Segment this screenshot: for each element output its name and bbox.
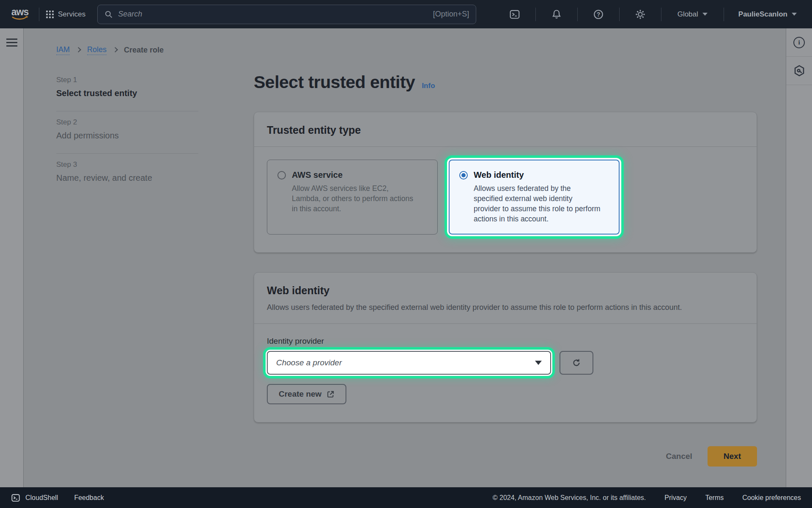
cancel-button[interactable]: Cancel	[666, 452, 692, 461]
search-input[interactable]: Search [Option+S]	[97, 5, 476, 24]
step-title: Add permissions	[56, 131, 198, 141]
trusted-entity-type-card: Trusted entity type AWS service Allow AW…	[254, 112, 757, 253]
footer-cloudshell-button[interactable]: CloudShell	[11, 493, 58, 502]
page-title: Select trusted entity	[254, 72, 415, 92]
copyright-text: © 2024, Amazon Web Services, Inc. or its…	[493, 494, 646, 502]
gear-icon	[635, 9, 646, 20]
info-icon: i	[793, 37, 805, 48]
feedback-label: Feedback	[74, 494, 104, 502]
region-selector[interactable]: Global	[668, 10, 717, 19]
main-content: Select trusted entity Info Trusted entit…	[254, 28, 757, 467]
top-nav-bar: aws Services Search [Option+S]	[0, 0, 812, 28]
card-title: Web identity	[267, 284, 744, 297]
topbar-divider	[661, 8, 661, 21]
card-title: Trusted entity type	[267, 124, 744, 136]
right-tools-rail: i	[786, 28, 812, 487]
resources-panel-button[interactable]	[786, 57, 812, 85]
hexagon-node-icon	[793, 64, 806, 77]
services-grid-icon	[46, 11, 54, 18]
breadcrumb-iam-link[interactable]: IAM	[56, 45, 70, 55]
option-description: Allows users federated by the specified …	[474, 183, 601, 224]
search-icon	[104, 10, 113, 19]
page-shell: i IAM Roles Create role Step 1 Select tr…	[0, 28, 812, 487]
bell-icon	[551, 9, 562, 20]
cookie-preferences-link[interactable]: Cookie preferences	[742, 494, 801, 502]
hamburger-menu-icon[interactable]	[6, 39, 17, 47]
services-menu-button[interactable]: Services	[46, 10, 85, 19]
services-label: Services	[58, 10, 85, 19]
notifications-button[interactable]	[543, 9, 571, 20]
search-placeholder: Search	[118, 10, 142, 19]
settings-button[interactable]	[626, 9, 654, 20]
chevron-down-icon	[535, 361, 542, 365]
aws-smile-icon	[11, 16, 29, 21]
refresh-providers-button[interactable]	[560, 351, 593, 375]
topbar-divider	[535, 8, 536, 21]
radio-unselected-icon[interactable]	[277, 171, 286, 179]
privacy-link[interactable]: Privacy	[664, 494, 686, 502]
refresh-icon	[571, 358, 582, 368]
wizard-step-2: Step 2 Add permissions	[56, 111, 198, 154]
aws-logo-text: aws	[11, 8, 28, 16]
identity-provider-label: Identity provider	[267, 337, 744, 346]
search-shortcut-hint: [Option+S]	[433, 10, 469, 19]
step-title: Name, review, and create	[56, 173, 198, 183]
account-menu[interactable]: PaulieScanlon	[731, 10, 804, 19]
topbar-divider	[619, 8, 620, 21]
account-label: PaulieScanlon	[738, 10, 787, 19]
aws-logo[interactable]: aws	[11, 8, 29, 21]
create-new-provider-button[interactable]: Create new	[267, 384, 346, 404]
cloudshell-button[interactable]	[501, 9, 529, 20]
option-description: Allow AWS services like EC2, Lambda, or …	[292, 183, 419, 214]
left-nav-rail	[0, 28, 24, 487]
identity-provider-select[interactable]: Choose a provider	[267, 351, 551, 375]
web-identity-card: Web identity Allows users federated by t…	[254, 272, 757, 422]
terminal-icon	[509, 9, 520, 20]
step-title: Select trusted entity	[56, 88, 198, 98]
option-web-identity[interactable]: Web identity Allows users federated by t…	[449, 160, 620, 235]
next-button[interactable]: Next	[708, 446, 757, 467]
chevron-right-icon	[76, 47, 81, 52]
step-number: Step 1	[56, 76, 198, 84]
create-new-label: Create new	[279, 389, 321, 399]
terms-link[interactable]: Terms	[705, 494, 724, 502]
info-link[interactable]: Info	[422, 82, 435, 90]
help-button[interactable]: ?	[584, 9, 612, 20]
chevron-down-icon	[702, 13, 708, 16]
footer-feedback-button[interactable]: Feedback	[74, 494, 104, 502]
svg-text:?: ?	[596, 11, 600, 17]
radio-selected-icon[interactable]	[459, 171, 468, 179]
topbar-divider	[577, 8, 578, 21]
step-number: Step 2	[56, 118, 198, 127]
option-aws-service[interactable]: AWS service Allow AWS services like EC2,…	[267, 160, 438, 235]
footer-bar: CloudShell Feedback © 2024, Amazon Web S…	[0, 487, 812, 508]
wizard-step-1: Step 1 Select trusted entity	[56, 69, 198, 111]
region-label: Global	[678, 10, 698, 19]
chevron-right-icon	[112, 47, 118, 52]
chevron-down-icon	[792, 13, 797, 16]
info-panel-button[interactable]: i	[786, 28, 812, 57]
terminal-icon	[11, 493, 20, 502]
external-link-icon	[326, 390, 335, 398]
topbar-divider	[724, 8, 724, 21]
card-description: Allows users federated by the specified …	[267, 302, 744, 313]
breadcrumb-current: Create role	[124, 46, 164, 55]
wizard-step-3: Step 3 Name, review, and create	[56, 154, 198, 196]
question-icon: ?	[593, 9, 604, 20]
option-label: AWS service	[292, 170, 343, 180]
breadcrumb: IAM Roles Create role	[56, 45, 164, 55]
cloudshell-label: CloudShell	[25, 494, 58, 502]
breadcrumb-roles-link[interactable]: Roles	[87, 45, 107, 55]
select-placeholder: Choose a provider	[276, 358, 342, 367]
topbar-divider	[39, 8, 39, 21]
wizard-steps: Step 1 Select trusted entity Step 2 Add …	[56, 69, 198, 196]
option-label: Web identity	[474, 170, 524, 180]
step-number: Step 3	[56, 160, 198, 169]
